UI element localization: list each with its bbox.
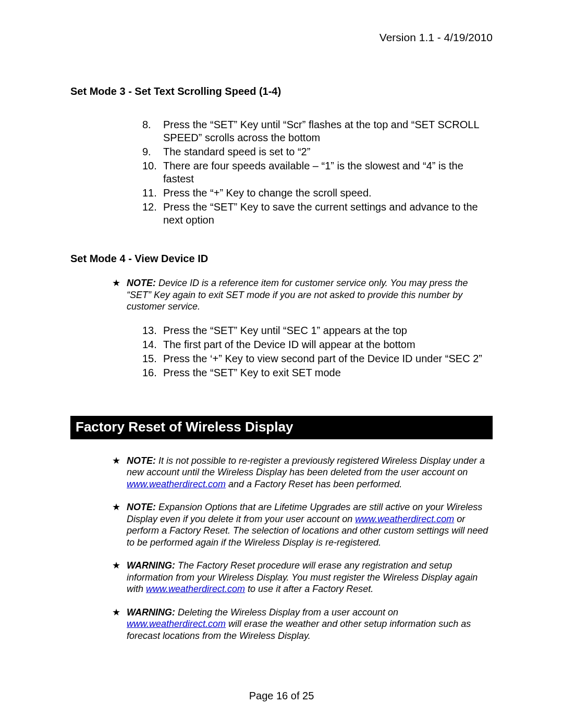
factory-reset-warning: ★ WARNING: The Factory Reset procedure w…: [112, 560, 493, 595]
item-text: Press the ‘+” Key to view second part of…: [163, 353, 482, 364]
header-version: Version 1.1 - 4/19/2010: [70, 31, 493, 44]
item-number: 15.: [142, 352, 162, 365]
note-label: NOTE:: [127, 502, 156, 512]
list-item: 13. Press the “SET” Key until “SEC 1” ap…: [142, 324, 493, 337]
list-item: 16. Press the “SET” Key to exit SET mode: [142, 366, 493, 379]
item-text: Press the “SET” Key to exit SET mode: [163, 367, 341, 378]
weatherdirect-link[interactable]: www.weatherdirect.com: [127, 479, 226, 489]
item-number: 13.: [142, 324, 162, 337]
set-mode-4-list: 13. Press the “SET” Key until “SEC 1” ap…: [70, 324, 493, 379]
star-icon: ★: [112, 560, 120, 572]
list-item: 15. Press the ‘+” Key to view second par…: [142, 352, 493, 365]
item-number: 14.: [142, 338, 162, 351]
list-item: 11. Press the “+” Key to change the scro…: [142, 187, 493, 200]
item-text: Press the “SET” Key to save the current …: [163, 201, 478, 226]
item-number: 11.: [142, 187, 162, 200]
weatherdirect-link[interactable]: www.weatherdirect.com: [127, 619, 226, 629]
star-icon: ★: [112, 277, 120, 289]
factory-reset-note: ★ NOTE: It is not possible to re-registe…: [112, 455, 493, 490]
document-page: Version 1.1 - 4/19/2010 Set Mode 3 - Set…: [0, 0, 563, 728]
heading-set-mode-4: Set Mode 4 - View Device ID: [70, 253, 493, 265]
set-mode-3-list: 8. Press the “SET” Key until “Scr” flash…: [70, 118, 493, 227]
note-post: and a Factory Reset has been performed.: [226, 479, 402, 489]
item-text: There are four speeds available – “1” is…: [163, 160, 463, 184]
note-text: Device ID is a reference item for custom…: [127, 278, 468, 312]
page-footer: Page 16 of 25: [0, 690, 563, 702]
list-item: 8. Press the “SET” Key until “Scr” flash…: [142, 118, 493, 144]
heading-factory-reset: Factory Reset of Wireless Display: [70, 416, 493, 439]
note-post: to use it after a Factory Reset.: [245, 584, 373, 594]
item-number: 9.: [142, 145, 162, 158]
item-number: 12.: [142, 201, 162, 214]
list-item: 14. The first part of the Device ID will…: [142, 338, 493, 351]
note-label: NOTE:: [127, 455, 156, 466]
factory-reset-warning: ★ WARNING: Deleting the Wireless Display…: [112, 607, 493, 642]
list-item: 10. There are four speeds available – “1…: [142, 159, 493, 186]
note-pre: It is not possible to re-register a prev…: [127, 455, 485, 478]
item-number: 16.: [142, 366, 162, 379]
heading-set-mode-3: Set Mode 3 - Set Text Scrolling Speed (1…: [70, 85, 493, 97]
note-set-mode-4: ★ NOTE: Device ID is a reference item fo…: [112, 277, 493, 313]
item-text: Press the “SET” Key until “SEC 1” appear…: [163, 325, 407, 336]
star-icon: ★: [112, 501, 120, 513]
list-item: 12. Press the “SET” Key to save the curr…: [142, 201, 493, 227]
item-text: The standard speed is set to “2”: [163, 146, 310, 157]
star-icon: ★: [112, 455, 120, 467]
weatherdirect-link[interactable]: www.weatherdirect.com: [146, 584, 245, 594]
item-text: Press the “+” Key to change the scroll s…: [163, 187, 372, 199]
note-label: NOTE:: [127, 278, 156, 288]
note-pre: Deleting the Wireless Display from a use…: [178, 607, 398, 618]
list-item: 9. The standard speed is set to “2”: [142, 145, 493, 158]
star-icon: ★: [112, 607, 120, 619]
weatherdirect-link[interactable]: www.weatherdirect.com: [355, 514, 454, 524]
item-number: 10.: [142, 159, 162, 172]
item-text: The first part of the Device ID will app…: [163, 339, 415, 350]
warning-label: WARNING:: [127, 607, 175, 618]
item-number: 8.: [142, 118, 162, 131]
warning-label: WARNING:: [127, 560, 175, 571]
item-text: Press the “SET” Key until “Scr” flashes …: [163, 119, 479, 143]
factory-reset-note: ★ NOTE: Expansion Options that are Lifet…: [112, 501, 493, 548]
